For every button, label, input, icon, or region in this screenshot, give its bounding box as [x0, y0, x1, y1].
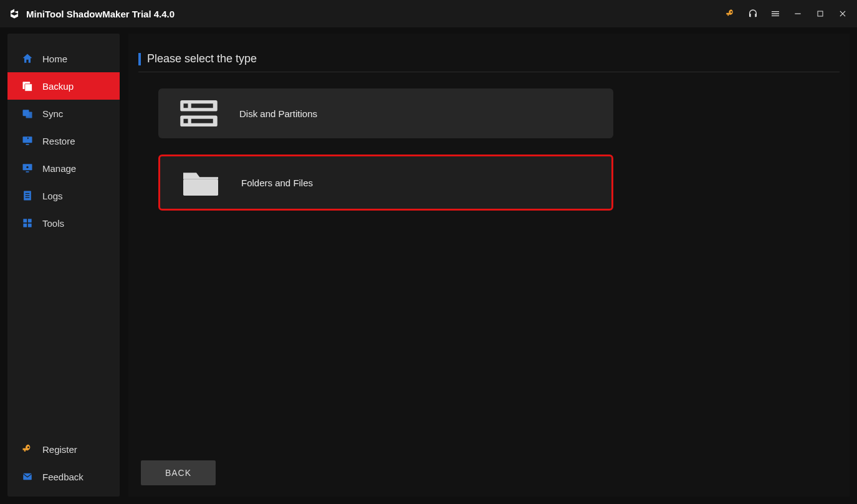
sidebar-item-label: Restore	[42, 136, 75, 146]
svg-point-10	[26, 166, 28, 168]
register-key-icon	[21, 443, 34, 455]
sidebar-item-label: Register	[42, 444, 77, 455]
svg-rect-15	[23, 219, 27, 222]
titlebar-controls	[725, 8, 848, 19]
key-icon[interactable]	[725, 8, 736, 19]
sidebar-item-label: Sync	[42, 108, 63, 119]
option-disk-partitions[interactable]: Disk and Partitions	[158, 88, 613, 138]
svg-rect-17	[23, 224, 27, 227]
sidebar-item-backup[interactable]: Backup	[7, 72, 120, 100]
svg-rect-19	[23, 473, 32, 480]
folder-icon	[179, 164, 223, 201]
sidebar-item-label: Manage	[42, 163, 76, 174]
sidebar-item-label: Home	[42, 54, 67, 64]
svg-rect-5	[26, 112, 32, 118]
svg-rect-24	[184, 119, 188, 123]
minimize-icon[interactable]	[792, 8, 803, 19]
sidebar-item-feedback[interactable]: Feedback	[7, 463, 120, 490]
section-title: Please select the type	[147, 52, 257, 65]
sidebar-item-restore[interactable]: Restore	[7, 127, 120, 155]
svg-rect-18	[28, 224, 32, 227]
svg-rect-13	[26, 195, 30, 196]
sidebar-item-label: Logs	[42, 191, 63, 201]
back-button-label: BACK	[165, 468, 191, 478]
section-accent-bar	[138, 53, 141, 65]
svg-rect-3	[25, 84, 32, 92]
svg-rect-1	[818, 11, 823, 16]
headset-icon[interactable]	[747, 8, 759, 19]
svg-rect-25	[191, 119, 213, 123]
titlebar: MiniTool ShadowMaker Trial 4.4.0	[0, 0, 857, 27]
sidebar-item-manage[interactable]: Manage	[7, 155, 120, 182]
sidebar-item-home[interactable]: Home	[7, 45, 120, 72]
home-icon	[21, 52, 34, 65]
close-icon[interactable]	[837, 8, 848, 19]
svg-rect-12	[26, 193, 30, 194]
svg-rect-22	[191, 103, 213, 108]
sidebar-item-sync[interactable]: Sync	[7, 100, 120, 127]
sidebar-item-label: Backup	[42, 81, 74, 92]
manage-icon	[21, 162, 34, 174]
sidebar-main-nav: Home Backup Sync Restore	[7, 45, 120, 435]
window-body: Home Backup Sync Restore	[0, 27, 857, 504]
backup-icon	[21, 80, 34, 92]
sidebar-item-label: Tools	[42, 218, 64, 229]
menu-icon[interactable]	[770, 8, 781, 19]
tools-icon	[21, 217, 34, 229]
svg-rect-21	[184, 103, 188, 108]
logs-icon	[21, 189, 34, 202]
section-header: Please select the type	[138, 52, 840, 72]
app-logo-icon	[9, 8, 20, 19]
main-content: Please select the type Disk and Partitio…	[128, 34, 850, 497]
restore-icon	[21, 135, 34, 147]
feedback-mail-icon	[21, 470, 34, 483]
svg-rect-0	[795, 13, 800, 14]
svg-rect-9	[26, 171, 29, 173]
svg-rect-16	[28, 219, 32, 222]
option-folders-files[interactable]: Folders and Files	[158, 155, 613, 211]
sidebar: Home Backup Sync Restore	[7, 34, 120, 497]
titlebar-left: MiniTool ShadowMaker Trial 4.4.0	[9, 8, 175, 19]
back-button[interactable]: BACK	[141, 460, 216, 485]
maximize-icon[interactable]	[815, 8, 826, 19]
svg-rect-7	[26, 144, 29, 145]
svg-rect-14	[26, 197, 30, 198]
option-label: Disk and Partitions	[239, 108, 317, 119]
sync-icon	[21, 107, 34, 120]
type-options: Disk and Partitions Folders and Files	[138, 88, 840, 211]
svg-rect-26	[183, 179, 218, 196]
app-title: MiniTool ShadowMaker Trial 4.4.0	[26, 9, 175, 19]
sidebar-item-register[interactable]: Register	[7, 435, 120, 463]
sidebar-bottom-nav: Register Feedback	[7, 435, 120, 497]
sidebar-item-tools[interactable]: Tools	[7, 209, 120, 237]
sidebar-item-label: Feedback	[42, 472, 84, 482]
disk-partitions-icon	[177, 95, 221, 131]
sidebar-item-logs[interactable]: Logs	[7, 182, 120, 209]
option-label: Folders and Files	[241, 178, 313, 188]
